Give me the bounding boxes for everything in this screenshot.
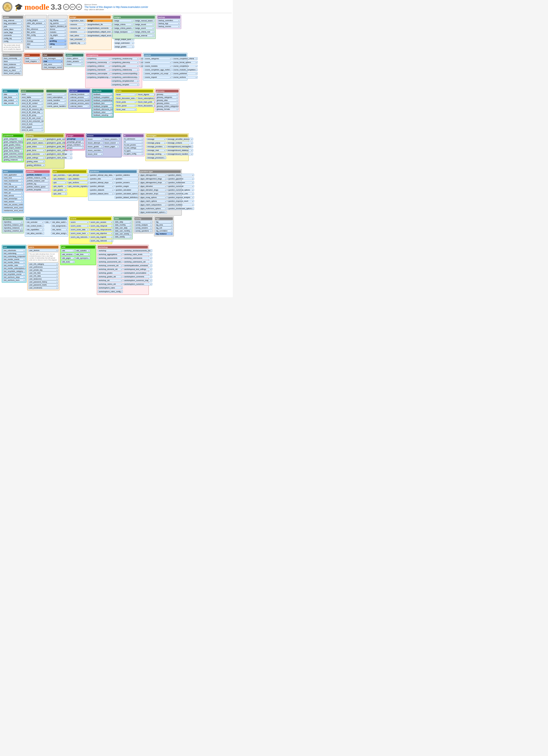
db-item[interactable]: competency_plan▸: [111, 65, 139, 67]
db-item[interactable]: messageinbound_messagelist▸: [167, 145, 193, 148]
db-item[interactable]: lesson_attempts▸: [87, 141, 103, 144]
db-item[interactable]: tool_monitor_rules▸: [3, 264, 26, 267]
db-item[interactable]: grade_letters▸: [26, 145, 45, 148]
db-item[interactable]: grade_grades▸: [26, 138, 45, 140]
db-item[interactable]: question_response_analysis▸: [167, 196, 194, 199]
db-item[interactable]: cache_flags▸: [3, 31, 23, 34]
db-item[interactable]: qtype_ddmarker_drags▸: [139, 189, 167, 191]
db-item[interactable]: assignfeedback_file▸: [87, 23, 113, 26]
db-item[interactable]: competency_framework▸: [86, 68, 111, 71]
db-item[interactable]: stats_daily▸: [114, 221, 132, 223]
db-item[interactable]: qtype_multichoice_options▸: [139, 207, 167, 210]
db-item[interactable]: forum_posts▸: [115, 101, 137, 103]
db-item[interactable]: comments▸: [3, 34, 23, 37]
db-item[interactable]: choice_options▸: [66, 57, 84, 60]
db-item[interactable]: role_capabilities▸: [26, 228, 44, 231]
db-item[interactable]: gradingform_rubric_fillings▸: [46, 153, 72, 155]
db-item[interactable]: scorm_scoes▸: [70, 224, 89, 227]
db-item[interactable]: assignfeedback_editpdf_annot▸: [87, 34, 113, 37]
db-item[interactable]: block▸: [3, 60, 22, 63]
db-item[interactable]: book▸: [25, 57, 40, 60]
db-item[interactable]: post▸: [3, 25, 23, 28]
db-item[interactable]: competency_userevidencecomp▸: [111, 76, 139, 79]
db-item[interactable]: competency_usercomplan▸: [86, 72, 111, 75]
db-item[interactable]: filter_config▸: [26, 34, 46, 36]
db-item[interactable]: message_contacts▸: [167, 141, 193, 144]
db-item[interactable]: badge▸: [113, 19, 134, 22]
db-item[interactable]: lesson_pages▸: [104, 145, 119, 148]
db-item[interactable]: workshop_assessments▸: [98, 257, 123, 259]
db-item[interactable]: external_services▸: [69, 96, 90, 99]
db-item[interactable]: block_recent_activity▸: [3, 72, 22, 75]
db-item[interactable]: forum_digests▸: [137, 93, 156, 96]
db-item[interactable]: qtype_essay_options▸: [139, 196, 167, 199]
db-item[interactable]: lesson_overrides▸: [87, 149, 103, 152]
db-item[interactable]: resource_old▸: [69, 27, 86, 29]
db-item[interactable]: files▸: [26, 25, 46, 28]
db-item[interactable]: glossary_alias▸: [156, 99, 179, 102]
db-item[interactable]: lmscopy▸: [26, 40, 46, 42]
db-item[interactable]: question_attempt_step_data▸: [89, 174, 114, 176]
db-item[interactable]: workshopform_rubric▸: [98, 286, 123, 289]
db-item[interactable]: grade_items▸: [26, 149, 45, 152]
db-item[interactable]: external_services_users▸: [69, 102, 90, 105]
db-item[interactable]: meet_service▸: [3, 194, 23, 197]
db-item[interactable]: scorm_scoes_data▸: [70, 228, 89, 231]
db-item[interactable]: question_truefalse▸: [167, 203, 194, 206]
db-item[interactable]: wiki▸: [61, 249, 75, 252]
db-item[interactable]: assign_submission▸: [114, 42, 135, 44]
db-item[interactable]: stats_user_monthly▸: [114, 229, 132, 232]
db-item[interactable]: course_sections▸: [172, 76, 198, 79]
db-item[interactable]: event▸: [46, 93, 67, 96]
db-item[interactable]: scorm_seq_objective▸: [90, 232, 113, 235]
db-item[interactable]: backup_controllers▸: [158, 19, 180, 22]
db-item[interactable]: role_allow_assign▸: [51, 232, 68, 235]
db-item[interactable]: editor_atto_autoave▸: [26, 22, 46, 25]
db-item[interactable]: meet_host2service▸: [3, 179, 23, 182]
db-item[interactable]: user_info_category▸: [28, 263, 58, 265]
db-item[interactable]: competency_relatedcomp▸: [111, 68, 139, 71]
db-item[interactable]: grading_areas▸: [26, 160, 45, 163]
db-item[interactable]: workshopallocation_scheduled▸: [123, 264, 152, 267]
db-item[interactable]: tag_coll▸: [155, 226, 173, 229]
db-item[interactable]: feedback_sitecourse_map▸: [92, 108, 113, 111]
db-item[interactable]: competency▸: [86, 57, 111, 60]
db-item[interactable]: assign_grades▸: [114, 45, 135, 48]
db-item[interactable]: question_numerical▸: [167, 185, 194, 188]
db-item[interactable]: grading_definitions▸: [26, 164, 45, 167]
db-item[interactable]: qtype_ddmarker_drops▸: [139, 192, 167, 195]
db-item[interactable]: badge_sound▸: [134, 27, 155, 29]
db-item[interactable]: grade_items_history▸: [3, 149, 23, 152]
db-item[interactable]: tool_monitor_subscriptions▸: [3, 267, 26, 270]
db-item[interactable]: qtype_match_subquestions▸: [139, 203, 167, 206]
db-item[interactable]: competency_coursecomp▸: [86, 61, 111, 64]
db-item[interactable]: question_response_count▸: [167, 200, 194, 202]
db-item[interactable]: grade_outcomes_history▸: [3, 155, 23, 158]
db-item[interactable]: enrol_lti_lti2_nonce▸: [21, 105, 44, 108]
db-item[interactable]: feedback_value▸: [92, 111, 113, 113]
db-item[interactable]: wiki_synonyms▸: [75, 257, 90, 259]
db-item[interactable]: glossary_formats▸: [156, 108, 179, 111]
db-item[interactable]: question_answers▸: [115, 181, 140, 184]
db-item[interactable]: user_devices▸: [28, 249, 58, 252]
db-item[interactable]: survey▸: [135, 221, 152, 223]
db-item[interactable]: lesson_grades▸: [87, 145, 103, 148]
db-item[interactable]: course_completion_aggr_methd▸: [144, 68, 172, 71]
db-item[interactable]: lti_submission▸: [123, 138, 144, 140]
db-item[interactable]: workshopform_numerrors_map▸: [123, 279, 152, 282]
db-item[interactable]: groups_members▸: [66, 143, 84, 146]
db-item[interactable]: forum_discussions▸: [137, 104, 156, 107]
db-item[interactable]: meet_sso_access_control▸: [3, 203, 23, 206]
db-item[interactable]: enrol▸: [21, 93, 44, 96]
db-item[interactable]: page▸: [49, 37, 67, 39]
db-item[interactable]: quiz_statistics▸: [68, 177, 90, 180]
db-item[interactable]: quiz_slots▸: [53, 192, 67, 195]
db-item[interactable]: meet_application▸: [3, 173, 23, 176]
db-item[interactable]: block_community▸: [3, 57, 22, 60]
db-item[interactable]: enrol_lti_lti2_user_result▸: [21, 117, 44, 119]
db-item[interactable]: course_completions▸: [172, 65, 198, 67]
db-item[interactable]: messageinbound_handlers▸: [167, 153, 193, 155]
db-item[interactable]: portfolio_tempdata▸: [26, 188, 50, 191]
db-item[interactable]: question_dataset_items▸: [89, 192, 114, 195]
db-item[interactable]: grade_categories▸: [3, 138, 23, 140]
